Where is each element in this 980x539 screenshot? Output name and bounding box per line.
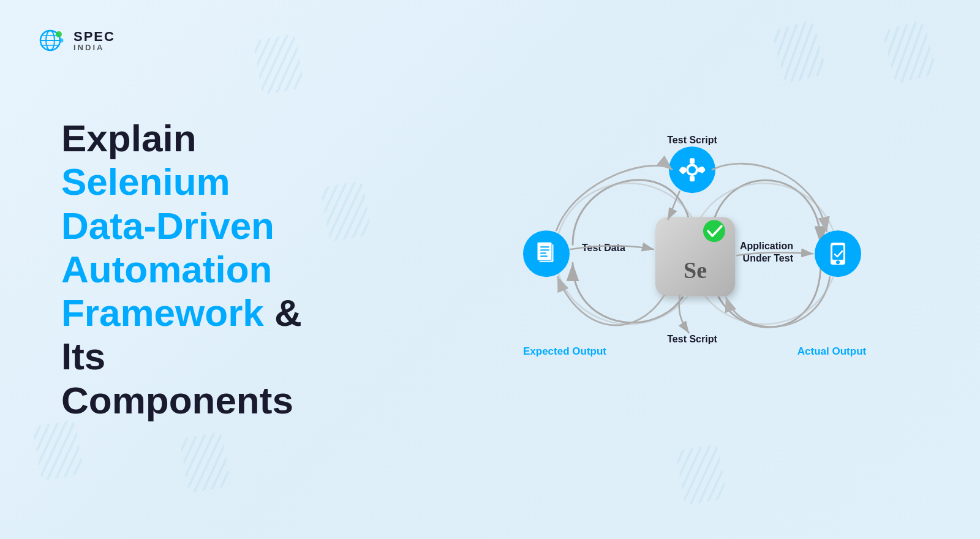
svg-text:Se: Se — [684, 257, 707, 283]
logo-icon — [37, 24, 69, 56]
headline-automation: Automation — [61, 248, 272, 290]
svg-point-35 — [703, 220, 725, 242]
svg-point-6 — [59, 39, 64, 43]
test-data-label: Test Data — [582, 243, 625, 253]
logo-text: SPEC INDIA — [74, 30, 115, 51]
svg-rect-27 — [537, 242, 552, 260]
headline-components: Components — [61, 379, 293, 421]
logo: SPEC INDIA — [37, 24, 115, 56]
test-script-top-label: Test Script — [667, 135, 717, 145]
headline-selenium: Selenium — [61, 161, 230, 203]
svg-rect-16 — [690, 158, 695, 164]
headline-part1: Explain — [61, 117, 197, 159]
headline: Explain Selenium Data-Driven Automation … — [61, 116, 355, 422]
logo-spec-text: SPEC — [74, 30, 115, 43]
svg-point-5 — [56, 31, 62, 37]
headline-data-driven: Data-Driven — [61, 205, 274, 247]
svg-rect-29 — [540, 246, 549, 247]
diagram: Test Script — [453, 97, 931, 416]
headline-framework: Framework — [61, 292, 264, 334]
test-script-bottom-label: Test Script — [667, 334, 717, 344]
diagram-svg: Test Script — [453, 97, 931, 416]
logo-india-text: INDIA — [74, 43, 115, 51]
expected-output-label: Expected Output — [523, 345, 606, 357]
svg-text:Under Test: Under Test — [743, 253, 794, 263]
headline-block: Explain Selenium Data-Driven Automation … — [61, 116, 355, 422]
svg-point-15 — [688, 166, 696, 173]
svg-rect-30 — [540, 249, 549, 251]
svg-rect-32 — [540, 255, 548, 257]
actual-output-label: Actual Output — [797, 345, 867, 357]
svg-rect-17 — [690, 176, 695, 181]
app-under-test-label: Application — [740, 241, 793, 251]
svg-rect-31 — [540, 252, 546, 254]
svg-point-39 — [836, 260, 840, 264]
